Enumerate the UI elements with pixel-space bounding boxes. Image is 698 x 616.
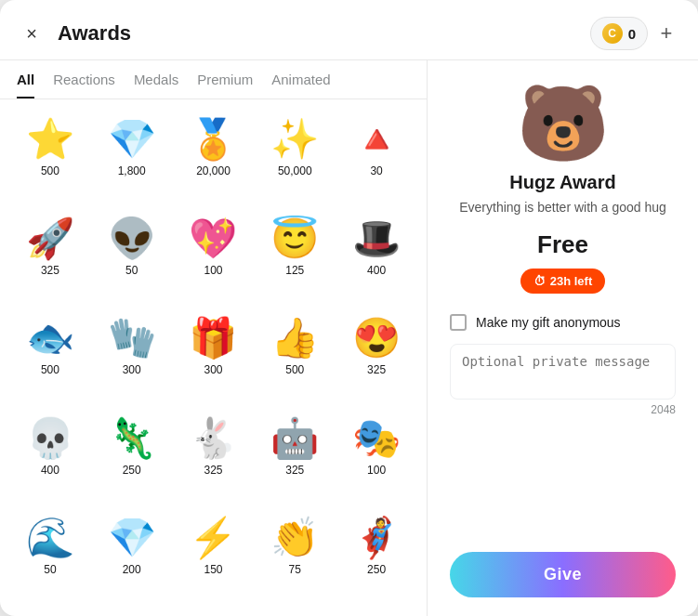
award-item[interactable]: 💀 400 bbox=[13, 412, 87, 504]
modal-header: × Awards C 0 + bbox=[0, 0, 698, 60]
award-price: 100 bbox=[367, 464, 386, 477]
award-price: 325 bbox=[204, 464, 222, 477]
award-price: 500 bbox=[285, 363, 304, 376]
award-price: 400 bbox=[41, 464, 59, 477]
award-item[interactable]: ⚡ 150 bbox=[177, 511, 251, 603]
award-price: 50 bbox=[44, 563, 56, 576]
award-price: 125 bbox=[285, 264, 304, 277]
timer-icon: ⏱ bbox=[533, 274, 546, 288]
award-emoji: 🎁 bbox=[189, 319, 237, 358]
award-emoji: 💖 bbox=[189, 219, 237, 258]
award-emoji: 🦸 bbox=[352, 518, 401, 557]
award-emoji: ⭐ bbox=[26, 120, 74, 159]
award-price: 300 bbox=[204, 363, 222, 376]
award-price: 500 bbox=[41, 363, 59, 376]
header-left: × Awards bbox=[19, 20, 131, 46]
char-count: 2048 bbox=[450, 403, 676, 416]
award-item[interactable]: 🚀 325 bbox=[13, 212, 87, 304]
awards-modal: × Awards C 0 + All Reactions Medals Prem… bbox=[0, 0, 698, 616]
award-price: 1,800 bbox=[118, 164, 146, 177]
award-emoji: 😍 bbox=[352, 319, 401, 358]
award-item[interactable]: 💖 100 bbox=[177, 212, 251, 304]
award-item[interactable]: 🐇 325 bbox=[177, 412, 251, 504]
tab-all[interactable]: All bbox=[17, 72, 34, 98]
award-price: 30 bbox=[370, 164, 382, 177]
award-item[interactable]: ⭐ 500 bbox=[13, 112, 87, 204]
award-item[interactable]: 💎 200 bbox=[95, 511, 169, 603]
award-emoji: 👍 bbox=[270, 319, 319, 358]
award-price: 325 bbox=[285, 464, 304, 477]
award-emoji: ✨ bbox=[270, 120, 319, 159]
award-item[interactable]: 🏅 20,000 bbox=[177, 112, 251, 204]
award-item[interactable]: 🐟 500 bbox=[13, 311, 87, 403]
add-coins-button[interactable]: + bbox=[653, 20, 679, 46]
award-item[interactable]: 🔺 30 bbox=[339, 112, 414, 204]
timer-badge: ⏱ 23h left bbox=[520, 269, 606, 294]
award-emoji: 👽 bbox=[108, 219, 156, 258]
award-item[interactable]: ✨ 50,000 bbox=[257, 112, 332, 204]
private-message-input[interactable] bbox=[450, 344, 676, 400]
award-price: 150 bbox=[204, 563, 222, 576]
award-emoji: 💎 bbox=[108, 120, 156, 159]
coin-icon: C bbox=[602, 23, 623, 44]
award-price: 50 bbox=[125, 264, 138, 277]
award-price: 300 bbox=[123, 363, 141, 376]
award-emoji: 🐟 bbox=[26, 319, 74, 358]
award-emoji: 🔺 bbox=[352, 120, 401, 159]
award-item[interactable]: 🧤 300 bbox=[95, 311, 169, 403]
award-item[interactable]: 🎭 100 bbox=[339, 412, 414, 504]
award-price: 100 bbox=[204, 264, 222, 277]
tab-animated[interactable]: Animated bbox=[271, 72, 330, 98]
award-detail-price: Free bbox=[537, 230, 588, 259]
award-emoji: 🤖 bbox=[270, 419, 319, 458]
timer-label: 23h left bbox=[550, 274, 593, 288]
award-price: 325 bbox=[367, 363, 386, 376]
tab-medals[interactable]: Medals bbox=[134, 72, 178, 98]
award-item[interactable]: 🦎 250 bbox=[95, 412, 169, 504]
tab-reactions[interactable]: Reactions bbox=[53, 72, 115, 98]
award-emoji: 💀 bbox=[26, 419, 74, 458]
tab-bar: All Reactions Medals Premium Animated bbox=[0, 60, 427, 99]
award-detail-description: Everything is better with a good hug bbox=[459, 199, 666, 217]
award-emoji: 🏅 bbox=[189, 120, 237, 159]
award-price: 325 bbox=[41, 264, 59, 277]
award-emoji: 🧤 bbox=[108, 319, 156, 358]
award-emoji: 🎭 bbox=[352, 419, 401, 458]
close-button[interactable]: × bbox=[19, 20, 45, 46]
left-panel: All Reactions Medals Premium Animated ⭐ … bbox=[0, 60, 428, 616]
award-item[interactable]: 💎 1,800 bbox=[95, 112, 169, 204]
award-emoji: 😇 bbox=[270, 219, 319, 258]
award-emoji: 🐇 bbox=[189, 419, 237, 458]
award-item[interactable]: 👍 500 bbox=[257, 311, 332, 403]
award-detail-image: 🐻 bbox=[517, 86, 610, 161]
tab-premium[interactable]: Premium bbox=[197, 72, 253, 98]
award-item[interactable]: 🎁 300 bbox=[177, 311, 251, 403]
award-item[interactable]: 🎩 400 bbox=[339, 212, 414, 304]
award-emoji: 👏 bbox=[270, 518, 319, 557]
award-item[interactable]: 🦸 250 bbox=[339, 511, 414, 603]
modal-title: Awards bbox=[58, 21, 131, 46]
award-item[interactable]: 👽 50 bbox=[95, 212, 169, 304]
award-item[interactable]: 🌊 50 bbox=[13, 511, 87, 603]
award-price: 200 bbox=[123, 563, 141, 576]
awards-grid: ⭐ 500 💎 1,800 🏅 20,000 ✨ 50,000 🔺 3 bbox=[0, 99, 427, 616]
award-emoji: 💎 bbox=[108, 518, 156, 557]
award-price: 250 bbox=[367, 563, 386, 576]
anonymous-label: Make my gift anonymous bbox=[476, 315, 621, 330]
anonymous-checkbox[interactable] bbox=[450, 314, 467, 331]
coin-balance: C 0 bbox=[590, 17, 648, 50]
give-button[interactable]: Give bbox=[450, 552, 676, 597]
award-emoji: 🎩 bbox=[352, 219, 401, 258]
modal-body: All Reactions Medals Premium Animated ⭐ … bbox=[0, 60, 698, 616]
award-emoji: 🌊 bbox=[26, 518, 74, 557]
award-emoji: 🚀 bbox=[26, 219, 74, 258]
award-emoji: 🦎 bbox=[108, 419, 156, 458]
award-emoji: ⚡ bbox=[189, 518, 237, 557]
award-price: 500 bbox=[41, 164, 59, 177]
right-panel: 🐻 Hugz Award Everything is better with a… bbox=[428, 60, 698, 616]
award-item[interactable]: 👏 75 bbox=[257, 511, 332, 603]
award-detail-name: Hugz Award bbox=[509, 172, 615, 193]
award-item[interactable]: 🤖 325 bbox=[257, 412, 332, 504]
award-item[interactable]: 😍 325 bbox=[339, 311, 414, 403]
award-item[interactable]: 😇 125 bbox=[257, 212, 332, 304]
